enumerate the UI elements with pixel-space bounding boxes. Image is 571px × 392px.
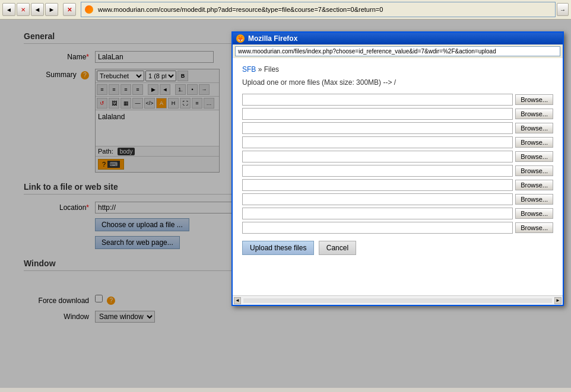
browse-button-3[interactable]: Browse... — [515, 123, 553, 133]
file-input-9[interactable] — [242, 208, 513, 219]
upload-row-6: Browse... — [242, 165, 553, 177]
firefox-content: SFB » Files Upload one or more files (Ma… — [233, 58, 563, 295]
scroll-left-button[interactable]: ◄ — [234, 297, 241, 304]
file-input-5[interactable] — [242, 151, 513, 162]
file-input-8[interactable] — [242, 193, 513, 205]
address-bar-container — [81, 2, 556, 17]
browse-button-1[interactable]: Browse... — [515, 94, 553, 105]
main-content: General Name* Summary ? Trebuchet — [0, 20, 571, 388]
cancel-button[interactable]: Cancel — [319, 241, 356, 255]
nav-forward-button[interactable]: ► — [45, 3, 58, 16]
browser-toolbar: ◄ ✕ ◄ ► ✕ → — [0, 0, 571, 19]
horizontal-scrollbar[interactable]: ◄ ► — [233, 295, 563, 305]
address-input[interactable] — [96, 4, 551, 15]
upload-row-10: Browse... — [242, 222, 553, 234]
firefox-popup-window: 🦊 Mozilla Firefox www.moodurian.com/file… — [231, 31, 564, 306]
firefox-title: Mozilla Firefox — [248, 34, 297, 43]
nav-stop2-button[interactable]: ✕ — [63, 3, 76, 16]
browse-button-6[interactable]: Browse... — [515, 165, 553, 176]
scroll-track — [243, 298, 552, 303]
file-input-6[interactable] — [242, 165, 513, 177]
breadcrumb-sfb-link[interactable]: SFB — [242, 65, 256, 74]
browse-button-9[interactable]: Browse... — [515, 208, 553, 219]
file-input-2[interactable] — [242, 108, 513, 120]
file-input-7[interactable] — [242, 179, 513, 191]
browser-icon — [85, 5, 93, 14]
breadcrumb: SFB » Files — [242, 65, 553, 74]
upload-row-4: Browse... — [242, 136, 553, 148]
file-upload-rows: Browse... Browse... Browse... Browse... … — [242, 94, 553, 234]
browse-button-4[interactable]: Browse... — [515, 137, 553, 148]
upload-row-1: Browse... — [242, 94, 553, 106]
file-input-3[interactable] — [242, 122, 513, 134]
browse-button-10[interactable]: Browse... — [515, 222, 553, 233]
firefox-icon: 🦊 — [236, 34, 245, 43]
upload-row-3: Browse... — [242, 122, 553, 134]
browse-button-8[interactable]: Browse... — [515, 194, 553, 205]
upload-row-5: Browse... — [242, 151, 553, 162]
upload-row-7: Browse... — [242, 179, 553, 191]
upload-row-8: Browse... — [242, 193, 553, 205]
file-input-4[interactable] — [242, 136, 513, 148]
scroll-right-button[interactable]: ► — [554, 297, 562, 304]
upload-files-button[interactable]: Upload these files — [242, 241, 314, 255]
firefox-address-bar: www.moodurian.com/files/index.php?choose… — [235, 46, 560, 56]
nav-stop-button[interactable]: ✕ — [17, 3, 30, 16]
nav-back2-button[interactable]: ◄ — [31, 3, 44, 16]
firefox-titlebar: 🦊 Mozilla Firefox — [233, 33, 563, 44]
browse-button-5[interactable]: Browse... — [515, 151, 553, 162]
browse-button-7[interactable]: Browse... — [515, 180, 553, 190]
breadcrumb-files: Files — [264, 65, 279, 74]
upload-header: Upload one or more files (Max size: 300M… — [242, 78, 553, 87]
file-input-1[interactable] — [242, 94, 513, 106]
nav-go-button[interactable]: → — [557, 3, 569, 16]
upload-row-2: Browse... — [242, 108, 553, 120]
browser-chrome: ◄ ✕ ◄ ► ✕ → — [0, 0, 571, 20]
browse-button-2[interactable]: Browse... — [515, 109, 553, 119]
file-input-10[interactable] — [242, 222, 513, 234]
upload-row-9: Browse... — [242, 208, 553, 219]
action-buttons: Upload these files Cancel — [242, 236, 553, 255]
nav-back-button[interactable]: ◄ — [2, 3, 15, 16]
